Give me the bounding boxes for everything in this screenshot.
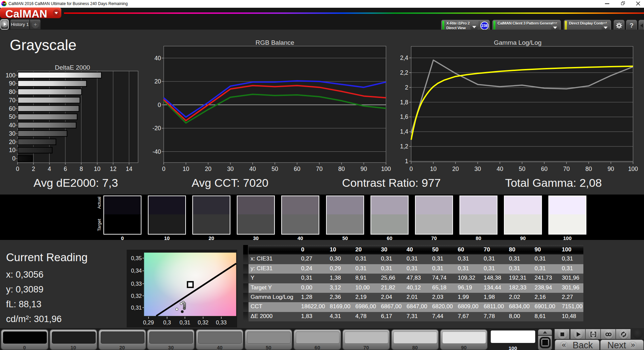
svg-text:40: 40 [249,166,256,172]
svg-text:1: 1 [405,158,408,165]
svg-text:1,2: 1,2 [400,143,408,150]
svg-text:10: 10 [9,147,16,153]
svg-text:40: 40 [155,55,161,62]
svg-text:2,2: 2,2 [400,69,408,76]
svg-text:2: 2 [32,166,35,172]
svg-text:2: 2 [405,84,408,91]
svg-text:0,32: 0,32 [198,319,208,325]
svg-text:90: 90 [9,80,16,87]
svg-text:30: 30 [9,130,16,137]
svg-text:1,6: 1,6 [400,113,408,120]
svg-text:14: 14 [126,166,132,172]
svg-text:0,32: 0,32 [131,293,142,299]
svg-text:0: 0 [12,155,15,162]
svg-text:70: 70 [563,166,570,172]
svg-text:0: 0 [158,102,161,108]
svg-text:50: 50 [519,166,525,172]
svg-text:10: 10 [94,166,101,172]
svg-text:10: 10 [183,166,189,172]
svg-text:30: 30 [475,166,481,172]
svg-text:20: 20 [205,166,212,172]
svg-text:1,8: 1,8 [400,99,408,106]
svg-text:0,31: 0,31 [131,305,142,311]
svg-text:6: 6 [64,166,67,172]
svg-text:0,33: 0,33 [216,319,227,325]
svg-text:4: 4 [48,166,51,172]
svg-text:100: 100 [381,166,391,172]
svg-text:20: 20 [9,139,16,145]
svg-text:60: 60 [294,166,300,172]
svg-text:70: 70 [316,166,323,172]
svg-text:-40: -40 [153,148,161,155]
svg-text:50: 50 [271,166,278,172]
svg-text:80: 80 [338,166,345,172]
svg-text:80: 80 [585,166,592,172]
svg-text:0: 0 [16,166,19,172]
svg-text:Avg CCT: 7020: Avg CCT: 7020 [192,176,268,189]
svg-text:0,31: 0,31 [180,319,190,325]
svg-text:40: 40 [9,122,16,129]
svg-text:0,35: 0,35 [131,255,142,261]
svg-text:0,34: 0,34 [131,268,142,274]
svg-text:Total Gamma: 2,08: Total Gamma: 2,08 [505,176,602,189]
svg-text:40: 40 [496,166,503,172]
svg-text:2,4: 2,4 [400,55,409,61]
svg-text:60: 60 [9,105,16,112]
svg-text:8: 8 [79,166,83,172]
svg-text:0,33: 0,33 [131,281,142,287]
svg-text:90: 90 [608,166,614,172]
svg-text:70: 70 [9,97,16,104]
svg-text:-20: -20 [153,125,161,132]
svg-text:20: 20 [155,78,161,85]
svg-text:Avg dE2000: 7,3: Avg dE2000: 7,3 [34,176,118,189]
svg-text:100: 100 [628,166,638,172]
svg-text:100: 100 [6,72,15,79]
svg-text:0,3: 0,3 [163,319,171,325]
svg-text:80: 80 [9,89,16,95]
svg-text:90: 90 [360,166,367,172]
svg-text:0: 0 [410,166,413,172]
svg-text:20: 20 [452,166,459,172]
svg-text:RGB Balance: RGB Balance [255,39,294,46]
svg-text:50: 50 [9,113,16,120]
svg-text:30: 30 [227,166,234,172]
svg-text:0: 0 [162,166,165,172]
svg-text:1,4: 1,4 [400,128,409,135]
svg-text:60: 60 [541,166,548,172]
svg-text:12: 12 [110,166,116,172]
svg-text:DeltaE 2000: DeltaE 2000 [55,64,90,71]
svg-text:10: 10 [430,166,437,172]
svg-text:Contrast Ratio: 977: Contrast Ratio: 977 [342,176,441,189]
svg-text:Gamma Log/Log: Gamma Log/Log [494,39,542,46]
svg-text:0,29: 0,29 [143,319,154,325]
